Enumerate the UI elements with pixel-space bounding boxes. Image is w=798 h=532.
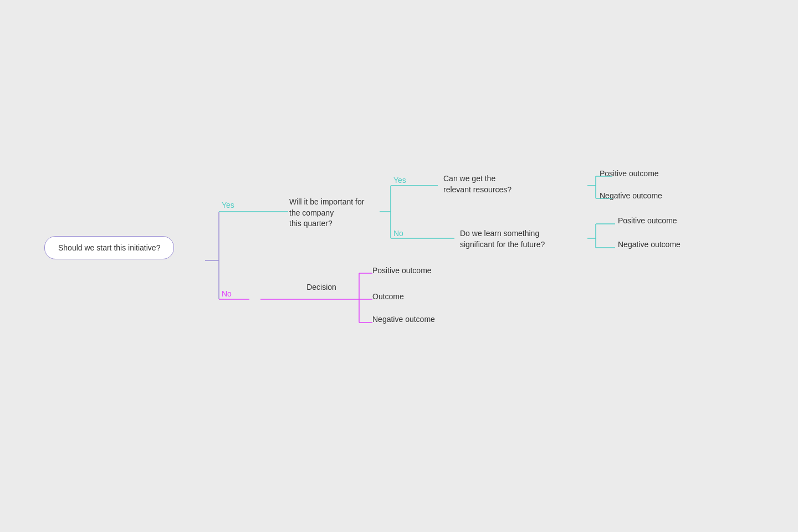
will-it-node: Will it be important forthe companythis … xyxy=(289,197,378,229)
positive-outcome-3: Positive outcome xyxy=(372,266,432,275)
positive-outcome-2: Positive outcome xyxy=(618,216,677,225)
negative-outcome-3: Negative outcome xyxy=(372,315,435,324)
no2-label: No xyxy=(393,229,403,238)
can-we-node: Can we get therelevant resources? xyxy=(443,173,554,195)
yes2-label: Yes xyxy=(393,176,406,185)
negative-outcome-2: Negative outcome xyxy=(618,240,681,249)
positive-outcome-1: Positive outcome xyxy=(600,169,659,178)
outcome-node: Outcome xyxy=(372,292,404,301)
yes-branch-label: Yes xyxy=(222,201,234,209)
no-branch-label: No xyxy=(222,289,232,298)
decision-node: Decision xyxy=(299,283,344,291)
do-we-node: Do we learn somethingsignificant for the… xyxy=(460,228,582,250)
negative-outcome-1: Negative outcome xyxy=(600,191,662,200)
root-node: Should we start this initiative? xyxy=(44,236,174,259)
